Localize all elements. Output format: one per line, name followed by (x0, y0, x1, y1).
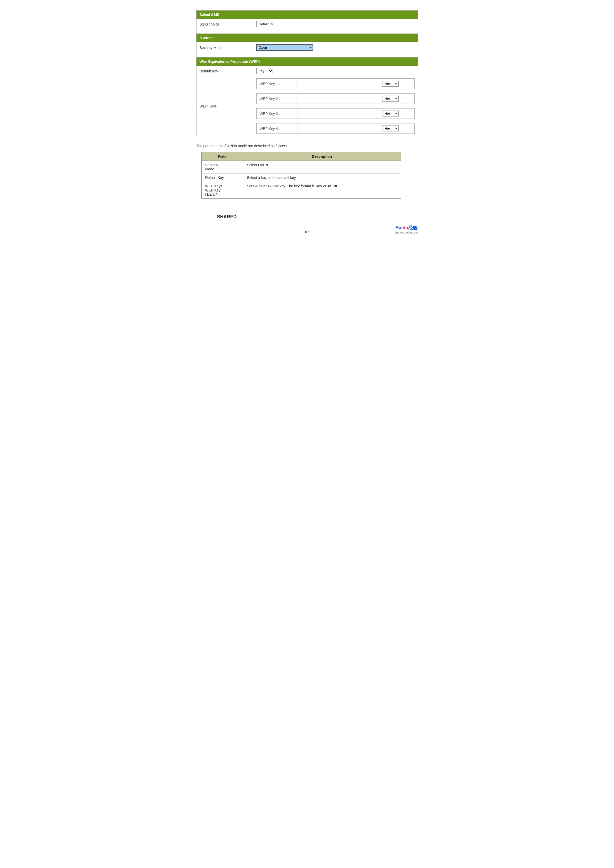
ssid-choice-value: Getnet SSID2 (253, 19, 418, 29)
desc-field-defaultkey: Default Key (201, 174, 243, 182)
wep-key4-label: WEP Key 4 : (256, 124, 298, 134)
description-paragraph: The parameters of OPEN mode are describe… (196, 144, 418, 148)
default-key-label: Default Key (196, 66, 253, 76)
description-table: Field Description Security Mode Select O… (201, 152, 401, 199)
wep-key3-label: WEP Key 3 : (256, 108, 298, 119)
wep-header: Wire Equivalence Protection (WEP) (196, 57, 418, 66)
desc-table-desc-header: Description (243, 152, 401, 161)
wep-key4-input[interactable] (301, 126, 347, 131)
desc-row-wepkeys: WEP Keys WEP Key (1/2/3/4) Set 64-bit or… (201, 182, 401, 199)
wep-key2-label: WEP Key 2 : (256, 93, 298, 104)
desc-row-security: Security Mode Select OPEN. (201, 161, 401, 174)
desc-intro: The parameters of (196, 144, 227, 148)
ssid-choice-label: SSID choice (196, 19, 253, 29)
desc-row-defaultkey: Default Key Select a key as the default … (201, 174, 401, 182)
select-ssid-header: Select SSID (196, 11, 418, 19)
desc-field-wepkeys: WEP Keys WEP Key (1/2/3/4) (201, 182, 243, 199)
desc-value-security: Select OPEN. (243, 161, 401, 174)
getnet-header: "Getnet" (196, 34, 418, 42)
page-number: 67 (196, 230, 418, 234)
ssid-choice-select[interactable]: Getnet SSID2 (256, 21, 274, 27)
main-container: Select SSID SSID choice Getnet SSID2 "Ge… (196, 10, 418, 234)
wep-key4-input-cell (298, 124, 379, 134)
default-key-value: Key 1 Key 2 Key 3 Key 4 (253, 66, 418, 76)
security-mode-select[interactable]: Open Shared WPA-PSK WPA2-PSK (256, 44, 313, 51)
desc-intro2: mode are described as follows: (237, 144, 288, 148)
wep-key1-label: WEP Key 1 : (256, 79, 298, 89)
wep-key3-input[interactable] (301, 111, 347, 116)
wep-key2-input-cell (298, 93, 379, 104)
wep-key1-cell: WEP Key 1 : HexASCII (253, 76, 418, 91)
wep-keys-label: WEP Keys (196, 76, 253, 136)
wep-key3-format-cell: HexASCII (379, 108, 414, 119)
baidu-logo: Baidu经验 jingyan.baidu.com (395, 225, 418, 234)
wep-key2-input[interactable] (301, 96, 347, 101)
desc-field-security: Security Mode (201, 161, 243, 174)
footer: 67 Baidu经验 jingyan.baidu.com (196, 230, 418, 234)
security-mode-label: Security Mode (196, 42, 253, 53)
security-mode-value: Open Shared WPA-PSK WPA2-PSK (253, 42, 418, 53)
config-table: Select SSID SSID choice Getnet SSID2 "Ge… (196, 10, 418, 136)
wep-key4-cell: WEP Key 4 : HexASCII (253, 121, 418, 136)
baidu-logo-text: Baidu经验 (395, 225, 418, 231)
wep-key1-format-cell: HexASCII (379, 79, 414, 89)
desc-value-wepkeys: Set 64-bit or 128-bit key. The key forma… (243, 182, 401, 199)
wep-key3-input-cell (298, 108, 379, 119)
shared-dash: - (212, 214, 213, 219)
wep-key3-format-select[interactable]: HexASCII (382, 110, 399, 116)
wep-key1-input-cell (298, 79, 379, 89)
desc-value-defaultkey: Select a key as the default key. (243, 174, 401, 182)
desc-mode-bold: OPEN (227, 144, 237, 148)
wep-key1-format-select[interactable]: HexASCII (382, 81, 399, 87)
wep-key2-cell: WEP Key 2 : HexASCII (253, 91, 418, 106)
shared-section: - SHARED (212, 214, 418, 220)
shared-label: SHARED (217, 214, 237, 219)
desc-table-field-header: Field (201, 152, 243, 161)
wep-key1-input[interactable] (301, 81, 347, 86)
wep-key4-format-select[interactable]: HexASCII (382, 126, 399, 132)
wep-key2-format-select[interactable]: HexASCII (382, 96, 399, 102)
wep-key2-format-cell: HexASCII (379, 93, 414, 104)
wep-key4-format-cell: HexASCII (379, 124, 414, 134)
default-key-select[interactable]: Key 1 Key 2 Key 3 Key 4 (256, 68, 273, 74)
wep-key3-cell: WEP Key 3 : HexASCII (253, 106, 418, 121)
baidu-url: jingyan.baidu.com (395, 231, 418, 234)
